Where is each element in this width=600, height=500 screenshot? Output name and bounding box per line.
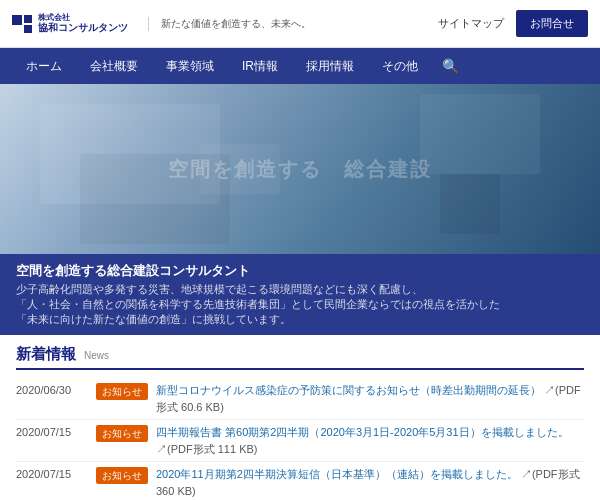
nav-item-other[interactable]: その他 bbox=[368, 48, 432, 84]
nav-item-recruit[interactable]: 採用情報 bbox=[292, 48, 368, 84]
hero-overlay bbox=[0, 84, 600, 254]
logo-block-3 bbox=[24, 25, 32, 33]
logo-icon bbox=[12, 15, 32, 33]
news-badge-3: お知らせ bbox=[96, 467, 148, 484]
news-suffix-2: ↗(PDF形式 111 KB) bbox=[156, 443, 257, 455]
nav-search-icon[interactable]: 🔍 bbox=[432, 48, 469, 84]
page-header: 株式会社 協和コンサルタンツ 新たな価値を創造する、未来へ。 サイトマップ お問… bbox=[0, 0, 600, 48]
news-title-text: 新着情報 bbox=[16, 345, 76, 364]
header-tagline: 新たな価値を創造する、未来へ。 bbox=[148, 17, 311, 31]
sitemap-link[interactable]: サイトマップ bbox=[438, 16, 504, 31]
section-bar-title: 空間を創造する総合建設コンサルタント bbox=[16, 262, 584, 280]
news-section: 新着情報 News 2020/06/30 お知らせ 新型コロナウイルス感染症の予… bbox=[0, 335, 600, 500]
news-content-1[interactable]: 新型コロナウイルス感染症の予防策に関するお知らせ（時差出勤期間の延長） ↗(PD… bbox=[156, 382, 584, 415]
section-bar: 空間を創造する総合建設コンサルタント 少子高齢化問題や多発する災害、地球規模で起… bbox=[0, 254, 600, 335]
main-nav: ホーム 会社概要 事業領域 IR情報 採用情報 その他 🔍 bbox=[0, 48, 600, 84]
logo-block-2 bbox=[24, 15, 32, 23]
nav-list: ホーム 会社概要 事業領域 IR情報 採用情報 その他 🔍 bbox=[12, 48, 469, 84]
news-date-2: 2020/07/15 bbox=[16, 424, 88, 441]
news-list: 2020/06/30 お知らせ 新型コロナウイルス感染症の予防策に関するお知らせ… bbox=[16, 378, 584, 500]
news-item-3: 2020/07/15 お知らせ 2020年11月期第2四半期決算短信（日本基準）… bbox=[16, 462, 584, 500]
hero-banner: 空間を創造する 総合建設 bbox=[0, 84, 600, 254]
nav-item-company[interactable]: 会社概要 bbox=[76, 48, 152, 84]
news-badge-2: お知らせ bbox=[96, 425, 148, 442]
nav-item-home[interactable]: ホーム bbox=[12, 48, 76, 84]
news-title-sub: News bbox=[84, 350, 109, 361]
logo-area: 株式会社 協和コンサルタンツ bbox=[12, 13, 128, 35]
nav-item-business[interactable]: 事業領域 bbox=[152, 48, 228, 84]
logo-block-1 bbox=[12, 15, 22, 25]
logo-company-prefix: 株式会社 bbox=[38, 13, 128, 23]
news-title: 新着情報 News bbox=[16, 345, 584, 370]
news-suffix-3: ↗(PDF形式 360 KB) bbox=[156, 468, 580, 497]
news-badge-1: お知らせ bbox=[96, 383, 148, 400]
header-right: サイトマップ お問合せ bbox=[438, 10, 588, 37]
logo-company-name: 協和コンサルタンツ bbox=[38, 22, 128, 34]
news-date-1: 2020/06/30 bbox=[16, 382, 88, 399]
news-date-3: 2020/07/15 bbox=[16, 466, 88, 483]
news-item-1: 2020/06/30 お知らせ 新型コロナウイルス感染症の予防策に関するお知らせ… bbox=[16, 378, 584, 420]
header-left: 株式会社 協和コンサルタンツ 新たな価値を創造する、未来へ。 bbox=[12, 13, 311, 35]
news-item-2: 2020/07/15 お知らせ 四半期報告書 第60期第2四半期（2020年3月… bbox=[16, 420, 584, 462]
news-content-2[interactable]: 四半期報告書 第60期第2四半期（2020年3月1日-2020年5月31日）を掲… bbox=[156, 424, 584, 457]
news-suffix-1: ↗(PDF形式 60.6 KB) bbox=[156, 384, 581, 413]
contact-button[interactable]: お問合せ bbox=[516, 10, 588, 37]
news-content-3[interactable]: 2020年11月期第2四半期決算短信（日本基準）（連結）を掲載しました。 ↗(P… bbox=[156, 466, 584, 499]
nav-item-ir[interactable]: IR情報 bbox=[228, 48, 292, 84]
section-bar-sub: 少子高齢化問題や多発する災害、地球規模で起こる環境問題などにも深く配慮し、 「人… bbox=[16, 282, 584, 327]
